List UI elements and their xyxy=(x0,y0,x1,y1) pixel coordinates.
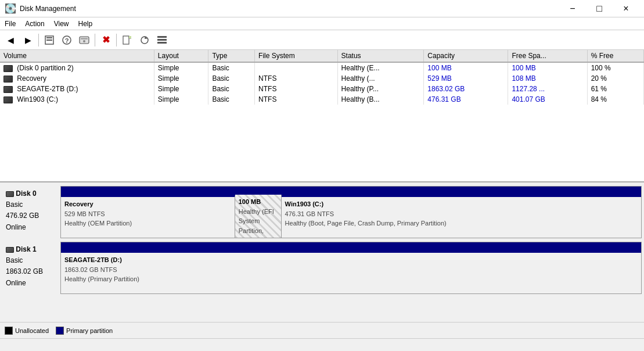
cell-capacity: 529 MB xyxy=(424,73,508,84)
cell-capacity: 476.31 GB xyxy=(424,94,508,105)
view-options-button[interactable] xyxy=(154,32,170,48)
window-controls: − □ × xyxy=(559,0,639,17)
disk-partitions: Recovery 529 MB NTFS Healthy (OEM Partit… xyxy=(60,186,642,238)
svg-rect-2 xyxy=(46,40,52,41)
col-type: Type xyxy=(208,50,255,62)
disk-rows-container: Disk 0 Basic 476.92 GB Online Recovery 5… xyxy=(0,186,644,294)
cell-layout: Simple xyxy=(154,84,208,94)
partition-name: Recovery xyxy=(64,199,231,209)
cell-status: Healthy (... xyxy=(337,73,424,84)
new-button[interactable] xyxy=(119,32,135,48)
disk-table: Volume Layout Type File System Status Ca… xyxy=(0,50,644,105)
cell-fs xyxy=(255,62,337,73)
menu-file[interactable]: File xyxy=(0,17,20,30)
partition-detail2: Healthy (Primary Partition) xyxy=(64,274,638,284)
legend-unallocated-label: Unallocated xyxy=(15,327,49,334)
col-filesystem: File System xyxy=(255,50,337,62)
partition-detail2: Healthy (Boot, Page File, Crash Dump, Pr… xyxy=(285,219,638,228)
partition-detail1: 529 MB NTFS xyxy=(64,209,231,219)
disk-header-bar xyxy=(61,187,641,195)
close-button[interactable]: × xyxy=(613,0,639,17)
table-row[interactable]: Win1903 (C:) Simple Basic NTFS Healthy (… xyxy=(0,94,644,105)
svg-rect-10 xyxy=(129,36,131,38)
cell-status: Healthy (P... xyxy=(337,84,424,94)
cell-capacity: 1863.02 GB xyxy=(424,84,508,94)
partition-detail2: Healthy (OEM Partition) xyxy=(64,219,231,228)
cell-pct: 84 % xyxy=(587,94,643,105)
svg-rect-13 xyxy=(157,39,167,41)
menu-bar: File Action View Help xyxy=(0,17,644,30)
back-button[interactable]: ◀ xyxy=(2,32,19,48)
disk-size: 476.92 GB xyxy=(6,210,57,221)
forward-button[interactable]: ▶ xyxy=(20,32,36,48)
cell-type: Basic xyxy=(208,94,255,105)
partition-name: Win1903 (C:) xyxy=(285,199,638,209)
disk-header-bar xyxy=(61,242,641,250)
partition[interactable]: 100 MB Healthy (EFI System Partition, xyxy=(235,195,282,238)
cell-pct: 20 % xyxy=(587,73,643,84)
legend-unallocated: Unallocated xyxy=(5,327,49,335)
legend-primary: Primary partition xyxy=(56,327,113,335)
svg-rect-1 xyxy=(46,37,52,38)
cell-layout: Simple xyxy=(154,94,208,105)
properties-button[interactable] xyxy=(41,32,57,48)
delete-button[interactable]: ✖ xyxy=(98,32,114,48)
disk-id: Disk 0 xyxy=(6,188,57,199)
minimize-button[interactable]: − xyxy=(559,0,586,17)
disk-parts-row: Recovery 529 MB NTFS Healthy (OEM Partit… xyxy=(61,195,641,238)
svg-rect-6 xyxy=(81,38,88,40)
title-bar: 💽 Disk Management − □ × xyxy=(0,0,644,17)
svg-rect-14 xyxy=(157,42,167,44)
table-row[interactable]: Recovery Simple Basic NTFS Healthy (... … xyxy=(0,73,644,84)
table-body: (Disk 0 partition 2) Simple Basic Health… xyxy=(0,62,644,105)
partition-detail2: Healthy (EFI System Partition, xyxy=(239,207,278,236)
partition[interactable]: Win1903 (C:) 476.31 GB NTFS Healthy (Boo… xyxy=(282,195,641,238)
partition-name: 100 MB xyxy=(239,197,278,207)
toolbar-sep-3 xyxy=(116,34,117,46)
toolbar-sep-2 xyxy=(95,34,95,46)
rescan-button[interactable] xyxy=(136,32,153,48)
disk-area[interactable]: Disk 0 Basic 476.92 GB Online Recovery 5… xyxy=(0,182,644,322)
disk-id: Disk 1 xyxy=(6,244,57,255)
svg-point-7 xyxy=(83,40,85,42)
cell-volume: (Disk 0 partition 2) xyxy=(0,62,154,73)
menu-action[interactable]: Action xyxy=(20,17,49,30)
disk-row: Disk 1 Basic 1863.02 GB Online SEAGATE-2… xyxy=(2,242,642,294)
cell-free: 108 MB xyxy=(508,73,587,84)
disk-type: Basic xyxy=(6,255,57,266)
cell-layout: Simple xyxy=(154,62,208,73)
cell-fs: NTFS xyxy=(255,73,337,84)
disk-label: Disk 0 Basic 476.92 GB Online xyxy=(2,186,60,238)
col-pctfree: % Free xyxy=(587,50,643,62)
col-layout: Layout xyxy=(154,50,208,62)
maximize-button[interactable]: □ xyxy=(586,0,613,17)
cell-free: 1127.28 ... xyxy=(508,84,587,94)
cell-volume: Win1903 (C:) xyxy=(0,94,154,105)
toolbar-sep-1 xyxy=(38,34,39,46)
disk-size: 1863.02 GB xyxy=(6,266,57,277)
legend-unallocated-box xyxy=(5,327,13,335)
disk-type: Basic xyxy=(6,199,57,210)
app-icon: 💽 xyxy=(5,3,16,14)
help-button[interactable]: ? xyxy=(59,32,75,48)
partition[interactable]: SEAGATE-2TB (D:) 1863.02 GB NTFS Healthy… xyxy=(61,250,641,293)
disk-table-area[interactable]: Volume Layout Type File System Status Ca… xyxy=(0,50,644,182)
partition[interactable]: Recovery 529 MB NTFS Healthy (OEM Partit… xyxy=(61,195,235,238)
cell-pct: 100 % xyxy=(587,62,643,73)
cell-free: 401.07 GB xyxy=(508,94,587,105)
disk-properties-button[interactable] xyxy=(76,32,92,48)
col-status: Status xyxy=(337,50,424,62)
cell-status: Healthy (B... xyxy=(337,94,424,105)
cell-type: Basic xyxy=(208,73,255,84)
menu-help[interactable]: Help xyxy=(74,17,98,30)
cell-fs: NTFS xyxy=(255,94,337,105)
table-row[interactable]: SEAGATE-2TB (D:) Simple Basic NTFS Healt… xyxy=(0,84,644,94)
status-bar xyxy=(0,338,644,351)
col-volume: Volume xyxy=(0,50,154,62)
table-row[interactable]: (Disk 0 partition 2) Simple Basic Health… xyxy=(0,62,644,73)
cell-capacity: 100 MB xyxy=(424,62,508,73)
cell-layout: Simple xyxy=(154,73,208,84)
cell-type: Basic xyxy=(208,62,255,73)
cell-free: 100 MB xyxy=(508,62,587,73)
menu-view[interactable]: View xyxy=(49,17,74,30)
